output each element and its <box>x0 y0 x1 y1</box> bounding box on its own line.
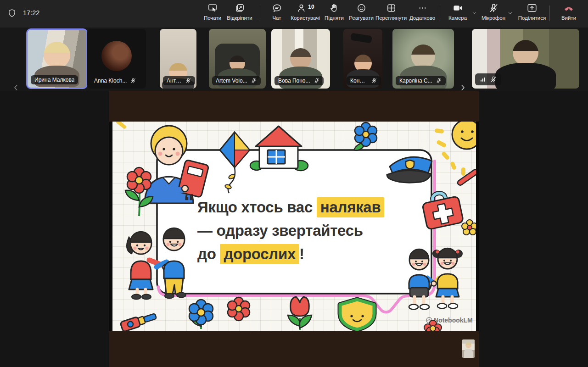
participant-name-pill: Константи... <box>347 76 381 85</box>
participant-tile[interactable]: Константи... <box>343 29 382 89</box>
highlighted-word: налякав <box>317 197 385 217</box>
participant-tile-active-speaker[interactable]: Ирина Малкова <box>26 28 88 89</box>
illustration-shield <box>340 300 374 329</box>
leave-call-icon <box>562 3 575 13</box>
share-icon <box>526 3 538 13</box>
participant-tile[interactable]: Anna Kloch... <box>87 29 146 89</box>
meeting-timer: 17:22 <box>23 9 39 17</box>
slide-quote: “Якщо хтось вас налякав — одразу звертай… <box>197 195 436 266</box>
participant-tile[interactable]: Антон Отч... <box>160 29 196 89</box>
unpin-button[interactable]: Відкріпити <box>221 3 258 21</box>
participants-count-badge: 10 <box>308 4 314 10</box>
mic-muted-icon <box>314 78 320 84</box>
mic-muted-icon <box>130 78 136 84</box>
share-button[interactable]: Поділитися <box>512 3 552 21</box>
raise-hand-button[interactable]: Підняти <box>319 3 349 21</box>
illustration-house <box>250 126 308 171</box>
present-screen-icon <box>207 3 218 13</box>
illustration-toy-telescope <box>120 311 157 331</box>
meeting-toolbar: 17:22 Почати Відкріпити Чат 10 Користува… <box>0 0 588 28</box>
participant-name-pill: Антон Отч... <box>163 76 195 85</box>
view-icon <box>386 3 397 13</box>
microphone-button[interactable]: Мікрофон <box>477 3 510 21</box>
participant-status-pill <box>475 73 501 85</box>
avatar <box>101 41 132 71</box>
unpin-icon <box>235 3 245 13</box>
participant-tile[interactable]: Вова Поно... <box>271 29 330 89</box>
illustration-flower-blue-bottom <box>189 300 213 329</box>
raise-hand-icon <box>329 3 340 13</box>
toolbar-divider <box>440 6 440 21</box>
toolbar-divider <box>549 6 550 21</box>
participant-tile[interactable] <box>472 29 579 89</box>
illustration-pencil-mark <box>115 122 127 129</box>
illustration-flower-red-bottom <box>228 297 250 321</box>
shared-screen: NotebookLM “Якщо хтось вас налякав <box>109 91 479 367</box>
participant-name-pill: Ирина Малкова <box>31 75 78 84</box>
watermark-text: NotebookLM <box>434 317 473 324</box>
camera-button[interactable]: Камера <box>443 3 472 21</box>
illustration-tulip <box>288 297 312 330</box>
react-button[interactable]: Реагувати <box>346 3 377 21</box>
participant-tile[interactable]: Artem Volo... <box>209 29 266 89</box>
presenter-pip-thumbnail[interactable] <box>462 339 475 358</box>
security-shield-icon <box>7 8 17 18</box>
mic-muted-icon <box>490 76 497 83</box>
illustration-flower-yellow-right <box>462 220 476 235</box>
signal-bars-icon <box>479 76 487 83</box>
highlighted-word: дорослих <box>220 244 299 264</box>
toolbar-divider <box>260 6 260 21</box>
participant-name-pill: Anna Kloch... <box>90 76 140 85</box>
quote-line-3: до дорослих! <box>197 242 436 266</box>
quote-line-2: — одразу звертайтесь <box>197 219 436 242</box>
leave-button[interactable]: Вийти <box>554 3 584 21</box>
mic-muted-icon <box>371 78 377 84</box>
illustration-flower-blue-top <box>354 122 377 150</box>
participant-name-pill: Вова Поно... <box>274 76 324 85</box>
illustration-sun <box>434 122 476 176</box>
meeting-stage: NotebookLM “Якщо хтось вас налякав <box>0 91 588 367</box>
more-icon <box>417 3 428 13</box>
camera-icon <box>453 3 463 13</box>
react-icon <box>356 3 367 13</box>
view-button[interactable]: Переглянути <box>374 3 408 21</box>
quote-mark: “ <box>184 190 195 213</box>
participant-tile[interactable]: Кароліна С... <box>392 29 454 89</box>
mic-muted-icon <box>185 78 191 84</box>
people-icon <box>296 3 307 13</box>
mic-muted-icon <box>436 78 442 84</box>
quote-line-1: “Якщо хтось вас налякав <box>197 195 436 219</box>
camera-options-chevron-down-icon[interactable] <box>471 10 477 16</box>
participant-name-pill: Кароліна С... <box>396 76 446 85</box>
chat-icon <box>272 3 282 13</box>
mic-muted-icon <box>251 78 257 84</box>
participants-filmstrip: Ирина Малкова Anna Kloch... Антон Отч...… <box>0 28 588 91</box>
more-options-button[interactable]: Додатково <box>406 3 439 21</box>
participant-name-pill: Artem Volo... <box>212 76 261 85</box>
presentation-slide: NotebookLM “Якщо хтось вас налякав <box>109 122 479 331</box>
illustration-red-stick <box>457 168 476 186</box>
mic-off-icon <box>488 3 499 13</box>
